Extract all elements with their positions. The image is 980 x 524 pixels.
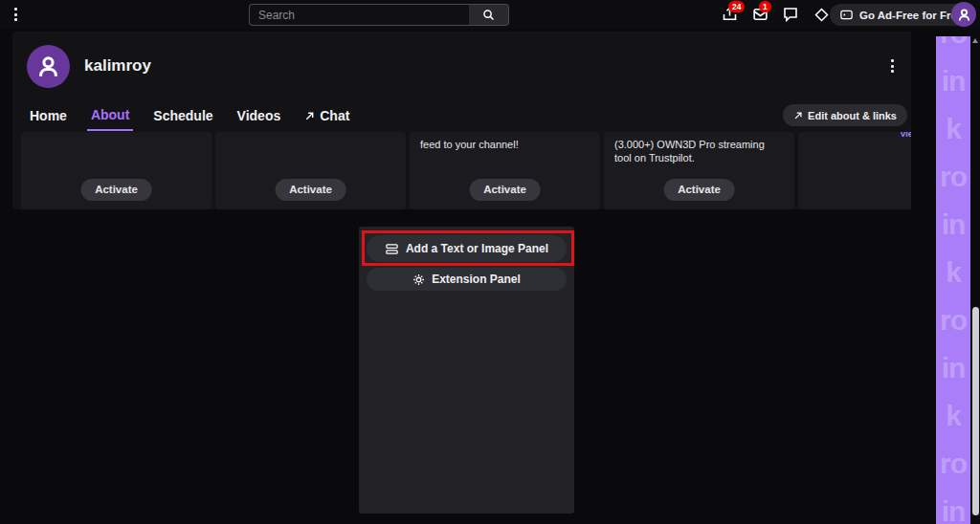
card-text: (3.000+) OWN3D Pro streaming tool on Tru… — [614, 139, 765, 164]
activate-button[interactable]: Activate — [663, 179, 735, 201]
extension-panel-label: Extension Panel — [432, 273, 521, 286]
ad-letter: ro — [936, 296, 970, 344]
extension-panel-button[interactable]: Extension Panel — [367, 268, 567, 291]
chat-bubble-button[interactable] — [779, 5, 802, 24]
extension-card: feed to your channel! Activate — [410, 132, 600, 209]
external-link-icon — [304, 111, 315, 121]
tab-schedule-label: Schedule — [153, 108, 212, 123]
channel-tabs: Home About Schedule Videos Chat — [26, 107, 353, 131]
channel-panel: kalimroy Home About Schedule Videos Chat — [12, 32, 911, 209]
ad-letter: k — [936, 249, 970, 296]
scroll-up-arrow-icon[interactable] — [972, 38, 978, 43]
top-nav: 24 1 — [0, 0, 980, 29]
search-icon — [481, 8, 496, 22]
user-avatar[interactable] — [951, 2, 976, 27]
tab-schedule[interactable]: Schedule — [149, 107, 216, 131]
panel-actions-container: Add a Text or Image Panel Extension Pane… — [359, 227, 574, 513]
extension-card: Activate — [215, 132, 406, 209]
channel-options-kebab-icon[interactable] — [891, 59, 894, 73]
add-text-image-panel-button[interactable]: Add a Text or Image Panel — [367, 235, 567, 262]
tab-videos[interactable]: Videos — [234, 107, 285, 131]
scrollbar-thumb[interactable] — [972, 307, 979, 515]
whispers-button[interactable]: 1 — [748, 5, 771, 24]
card-text: feed to your channel! — [420, 139, 519, 150]
tab-about-label: About — [91, 107, 129, 122]
ad-letter: in — [936, 488, 970, 524]
external-link-icon — [793, 111, 803, 120]
activate-button[interactable]: Activate — [275, 179, 346, 201]
bits-diamond-icon — [813, 7, 830, 23]
extension-card: View All Extensions — [798, 132, 911, 209]
chat-bubble-icon — [782, 6, 799, 23]
ad-letter: k — [936, 105, 970, 153]
ad-free-icon — [839, 8, 854, 22]
ad-letter: ro — [936, 36, 970, 57]
whispers-badge: 1 — [759, 1, 771, 12]
activate-button[interactable]: Activate — [469, 179, 541, 201]
nav-icon-group: 24 1 — [718, 5, 833, 24]
nav-menu-kebab-icon[interactable] — [14, 8, 17, 21]
go-ad-free-label: Go Ad-Free for Free — [859, 10, 963, 21]
tab-videos-label: Videos — [237, 108, 281, 123]
ad-letter: ro — [936, 153, 970, 201]
activate-button[interactable]: Activate — [80, 179, 152, 201]
ad-letter: in — [936, 57, 970, 105]
tab-chat-label: Chat — [320, 108, 349, 123]
search-input[interactable] — [249, 4, 469, 26]
channel-avatar[interactable] — [27, 45, 70, 88]
vertical-scrollbar[interactable] — [970, 32, 980, 524]
notifications-button[interactable]: 24 — [718, 5, 741, 24]
ad-banner[interactable]: ro in k ro in k ro in k ro in — [936, 36, 970, 524]
search-button[interactable] — [469, 4, 509, 26]
ad-letter: k — [936, 392, 970, 440]
ad-letter: ro — [936, 440, 970, 488]
gear-icon — [412, 273, 425, 286]
extension-card: Activate — [21, 132, 212, 209]
channel-person-icon — [34, 53, 62, 80]
notifications-badge: 24 — [728, 1, 745, 12]
tab-about[interactable]: About — [87, 107, 133, 131]
add-text-image-panel-label: Add a Text or Image Panel — [406, 242, 548, 255]
edit-about-links-label: Edit about & links — [808, 110, 897, 121]
tab-home[interactable]: Home — [26, 107, 71, 131]
tab-home-label: Home — [30, 108, 67, 123]
channel-username: kalimroy — [84, 56, 151, 76]
extension-cards-row: Activate Activate feed to your channel! … — [21, 132, 911, 209]
extension-card: (3.000+) OWN3D Pro streaming tool on Tru… — [604, 132, 794, 209]
search-group — [249, 4, 509, 26]
user-person-icon — [956, 7, 972, 23]
text-image-panel-icon — [385, 242, 399, 256]
ad-letter: in — [936, 344, 970, 392]
edit-about-links-button[interactable]: Edit about & links — [783, 104, 907, 126]
view-all-extensions-link[interactable]: View All Extensions — [900, 132, 911, 141]
tab-chat[interactable]: Chat — [301, 107, 353, 131]
ad-letter: in — [936, 201, 970, 249]
